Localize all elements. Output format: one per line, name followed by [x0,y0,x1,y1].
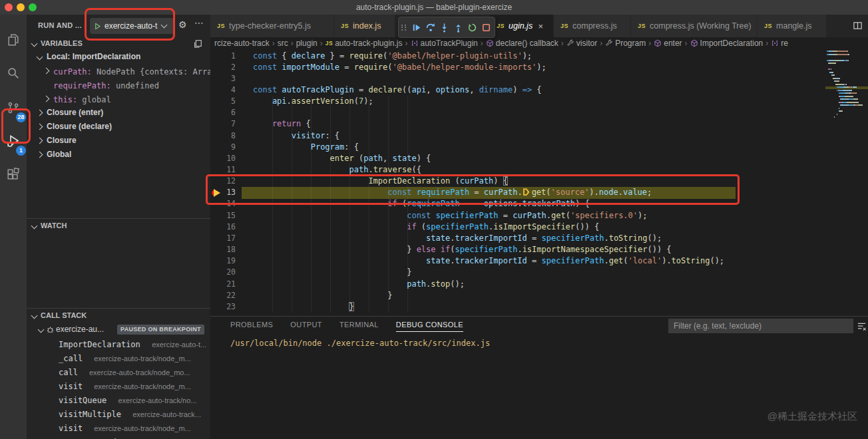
stack-frame-row[interactable]: visitMultipleexercize-auto-track... [27,408,210,422]
line-number[interactable]: 3 [210,73,236,84]
tab-type-checker-entry5-js[interactable]: JStype-checker-entry5.js [210,15,334,37]
variables-scope-row[interactable]: Closure [27,134,210,148]
breadcrumb-item[interactable]: visitor [566,39,597,48]
stack-frame-row[interactable]: callexercize-auto-track/node_mo... [27,366,210,380]
panel-tab-output[interactable]: OUTPUT [290,321,322,332]
stack-frame-row[interactable]: visitQueueexercize-auto-track/no... [27,394,210,408]
code-line[interactable]: 21path.stop(); [210,279,863,290]
variables-scope-row[interactable]: Closure (enter) [27,106,210,120]
code-line[interactable]: 15const specifierPath = curPath.get('spe… [210,210,863,221]
debug-config-dropdown[interactable]: exercize-auto-t [90,18,175,34]
line-number[interactable]: 7 [210,118,236,130]
code-line[interactable]: 9Program: { [210,142,863,153]
breadcrumb-item[interactable]: declare() callback [486,39,558,48]
console-filter-input[interactable] [668,319,853,333]
tab-compress-js-working-tree-[interactable]: JScompress.js (Working Tree) [631,15,758,37]
line-number[interactable]: 15 [210,210,236,221]
gear-icon[interactable]: ⚙ [178,19,187,30]
code-line[interactable]: 6 [210,107,863,118]
run-debug-icon[interactable]: 1 [0,128,27,154]
line-number[interactable]: 21 [210,279,236,290]
line-number[interactable]: 11 [210,164,236,176]
stop-icon[interactable] [479,20,493,35]
variables-scope-row[interactable]: Local: ImportDeclaration [27,50,210,64]
step-over-icon[interactable] [423,20,437,35]
code-line[interactable]: 17state.trackerImportId = specifierPath.… [210,233,863,244]
stack-frame-row[interactable]: visitexercize-auto-track/node_m... [27,422,210,436]
breadcrumb-item[interactable]: ImportDeclaration [690,39,763,48]
toolbar-drag-handle[interactable] [401,25,408,31]
minimap[interactable] [825,49,868,316]
copy-icon[interactable] [193,39,202,49]
breakpoint-current-line-icon[interactable] [212,189,222,197]
line-number[interactable]: 5 [210,96,236,107]
stack-frame-row[interactable]: traverse.nodeexercize-auto-track... [27,436,210,439]
line-number[interactable]: 20 [210,267,236,278]
breadcrumb-item[interactable]: re [771,39,788,48]
line-number[interactable]: 4 [210,84,236,96]
code-line[interactable]: 12ImportDeclaration (curPath) { [210,176,863,187]
breadcrumb-item[interactable]: Program [605,39,646,48]
tab-compress-js[interactable]: JScompress.js [554,15,631,37]
code-line[interactable]: 23} [210,301,863,313]
variable-row[interactable]: requirePath: undefined [27,78,210,92]
search-icon[interactable] [0,60,27,86]
line-number[interactable]: 18 [210,244,236,255]
code-line[interactable]: 18} else if(specifierPath.isImportNamesp… [210,244,863,255]
line-number[interactable]: 23 [210,301,236,313]
breadcrumb-item[interactable]: autoTrackPlugin [411,39,478,48]
more-actions-icon[interactable]: ⋯ [194,17,204,28]
code-line[interactable]: 3 [210,73,863,84]
close-icon[interactable]: × [538,21,543,31]
code-line[interactable]: 5api.assertVersion(7); [210,96,863,107]
code-line[interactable]: 1const { declare } = require('@babel/hel… [210,51,863,62]
line-number[interactable]: 16 [210,221,236,233]
call-stack-section-header[interactable]: CALL STACK [27,309,210,323]
code-line[interactable]: 19state.trackerImportId = specifierPath.… [210,255,863,267]
variables-scope-row[interactable]: Closure (declare) [27,120,210,134]
panel-tab-debug-console[interactable]: DEBUG CONSOLE [396,321,463,332]
code-line[interactable]: 8visitor: { [210,130,863,142]
breadcrumb-item[interactable]: JSauto-track-plugin.js [326,39,403,48]
line-number[interactable]: 6 [210,107,236,118]
code-line[interactable]: 2const importModule = require('@babel/he… [210,62,863,73]
step-out-icon[interactable] [451,20,465,35]
breadcrumb-item[interactable]: src [278,39,288,48]
line-number[interactable]: 12 [210,176,236,187]
inline-breakpoint-icon[interactable] [523,188,530,196]
split-editor-icon[interactable] [853,21,863,33]
code-line[interactable]: 10enter (path, state) { [210,153,863,164]
breadcrumb-item[interactable]: rcize-auto-track [214,39,270,48]
code-line[interactable]: 7return { [210,118,863,130]
tab-mangle-js[interactable]: JSmangle.js [758,15,827,37]
tab-index-js[interactable]: JSindex.js [334,15,395,37]
stack-frame-row[interactable]: ImportDeclarationexercize-auto-t... [27,338,210,352]
variables-scope-row[interactable]: Global [27,148,210,162]
panel-tab-terminal[interactable]: TERMINAL [339,321,379,332]
code-line[interactable]: 4const autoTrackPlugin = declare((api, o… [210,84,863,96]
breadcrumb-item[interactable]: enter [654,39,682,48]
code-line[interactable]: 20} [210,267,863,278]
step-into-icon[interactable] [437,20,451,35]
line-number[interactable]: 10 [210,153,236,164]
stack-frame-row[interactable]: visitexercize-auto-track/node_m... [27,380,210,394]
line-number[interactable]: 8 [210,130,236,142]
line-number[interactable]: 1 [210,51,236,62]
continue-icon[interactable] [409,20,423,35]
breadcrumb-item[interactable]: plugin [296,39,318,48]
code-editor[interactable]: 1const { declare } = require('@babel/hel… [210,49,868,316]
line-number[interactable]: 22 [210,290,236,301]
panel-tab-problems[interactable]: PROBLEMS [230,321,273,332]
code-line[interactable]: 22} [210,290,863,301]
code-line[interactable]: 13const requirePath = curPath.get('sourc… [210,187,863,198]
extensions-icon[interactable] [0,161,27,188]
code-line[interactable]: 14if (requirePath === options.trackerPat… [210,198,863,210]
restart-icon[interactable] [465,20,479,35]
explorer-icon[interactable] [0,27,27,53]
debug-session-row[interactable]: exercize-au... PAUSED ON BREAKPOINT [27,323,210,337]
start-debug-icon[interactable] [94,23,101,30]
stack-frame-row[interactable]: _callexercize-auto-track/node_m... [27,352,210,366]
line-number[interactable]: 14 [210,198,236,210]
line-number[interactable]: 19 [210,255,236,267]
clear-console-icon[interactable] [857,321,867,334]
